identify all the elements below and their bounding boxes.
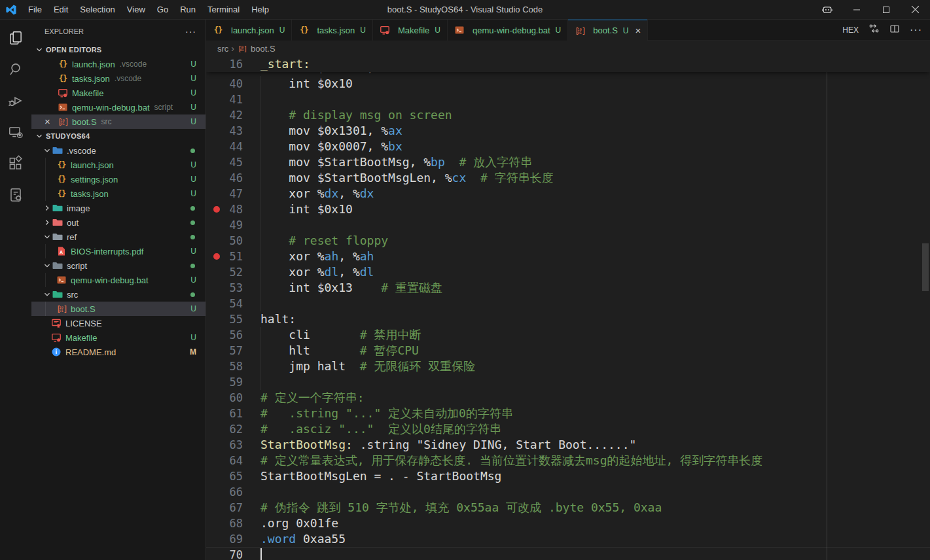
code-line-45[interactable]: 45 mov $StartBootMsg, %bp # 放入字符串 (206, 154, 930, 170)
breadcrumb-folder[interactable]: src (217, 44, 228, 54)
line-number[interactable]: 50 (206, 233, 260, 249)
code-line-69[interactable]: 69.word 0xaa55 (206, 531, 930, 547)
tree-item-ref[interactable]: ref (31, 230, 206, 244)
code-line-59[interactable]: 59 (206, 374, 930, 390)
line-number[interactable]: 70 (206, 547, 260, 560)
robot-icon[interactable] (812, 0, 842, 19)
code-line-51[interactable]: 51 xor %ah, %ah (206, 249, 930, 264)
code-line-62[interactable]: 62# .asciz "..." 定义以0结尾的字符串 (206, 421, 930, 437)
code-line-67[interactable]: 67# 伪指令 跳到 510 字节处, 填充 0x55aa 可改成 .byte … (206, 500, 930, 516)
line-number[interactable]: 67 (206, 500, 260, 516)
code-editor[interactable]: 16_start: 39 mov $0x1301, %ax 40 int $0x… (206, 56, 930, 560)
tab-qemu-win-debug-bat[interactable]: qemu-win-debug.batU (448, 20, 568, 41)
code-line-43[interactable]: 43 mov $0x1301, %ax (206, 123, 930, 139)
run-and-debug-icon[interactable] (0, 85, 31, 116)
line-number[interactable]: 44 (206, 139, 260, 154)
breadcrumb-file[interactable]: boot.S (251, 44, 276, 54)
menu-selection[interactable]: Selection (74, 0, 120, 20)
tab-boot-s[interactable]: []1001boot.SU× (568, 20, 648, 41)
menu-run[interactable]: Run (174, 0, 202, 20)
code-line-55[interactable]: 55halt: (206, 311, 930, 327)
tab-launch-json[interactable]: {}launch.jsonU (206, 20, 292, 41)
open-editor-qemu-win-debug-bat[interactable]: qemu-win-debug.batscriptU (31, 100, 206, 114)
breakpoint-dot[interactable] (213, 253, 220, 260)
tab-makefile[interactable]: MakefileU (373, 20, 448, 41)
explorer-icon[interactable] (0, 22, 31, 54)
extensions-icon[interactable] (0, 148, 31, 179)
line-number[interactable]: 57 (206, 343, 260, 359)
code-line-50[interactable]: 50 # reset floppy (206, 233, 930, 249)
tab-tasks-json[interactable]: {}tasks.jsonU (292, 20, 372, 41)
code-line-70[interactable]: 70 (206, 547, 930, 560)
tree-item-settings-json[interactable]: {}settings.jsonU (31, 172, 206, 186)
tree-item-boot-s[interactable]: []1001boot.SU (31, 302, 206, 316)
sidebar-more-actions-icon[interactable]: ··· (185, 26, 196, 37)
line-number[interactable]: 41 (206, 92, 260, 107)
remote-explorer-icon[interactable] (0, 116, 31, 148)
line-number[interactable]: 53 (206, 280, 260, 296)
menu-edit[interactable]: Edit (48, 0, 74, 20)
open-editors-header[interactable]: OPEN EDITORS (31, 43, 206, 57)
open-changes-icon[interactable] (868, 23, 880, 37)
code-line-60[interactable]: 60# 定义一个字符串: (206, 390, 930, 406)
line-number[interactable]: 62 (206, 421, 260, 437)
menu-file[interactable]: File (22, 0, 48, 20)
tree-item-src[interactable]: src (31, 287, 206, 302)
close-button-icon[interactable] (901, 0, 930, 19)
code-line-42[interactable]: 42 # display msg on screen (206, 107, 930, 123)
line-number[interactable]: 66 (206, 484, 260, 500)
tree-item-script[interactable]: script (31, 258, 206, 273)
line-number[interactable]: 63 (206, 437, 260, 453)
tool-extension-icon[interactable] (0, 179, 31, 211)
line-number[interactable]: 52 (206, 264, 260, 280)
code-line-44[interactable]: 44 mov $0x0007, %bx (206, 139, 930, 154)
tree-item-out[interactable]: out (31, 215, 206, 230)
code-line-49[interactable]: 49 (206, 217, 930, 233)
code-line-48[interactable]: 48 int $0x10 (206, 201, 930, 217)
open-editor-boot-s[interactable]: ×[]1001boot.SsrcU (31, 114, 206, 129)
breakpoint-dot[interactable] (213, 206, 220, 213)
code-line-41[interactable]: 41 (206, 92, 930, 107)
line-number[interactable]: 16 (206, 56, 260, 72)
line-number[interactable]: 46 (206, 170, 260, 186)
open-editor-makefile[interactable]: MakefileU (31, 86, 206, 100)
scrollbar-thumb[interactable] (922, 243, 929, 291)
code-line-56[interactable]: 56 cli # 禁用中断 (206, 327, 930, 343)
open-editor-tasks-json[interactable]: {}tasks.json.vscodeU (31, 71, 206, 86)
code-line-57[interactable]: 57 hlt # 暂停CPU (206, 343, 930, 359)
hex-editor-action[interactable]: HEX (842, 26, 859, 35)
code-line-46[interactable]: 46 mov $StartBootMsgLen, %cx # 字符串长度 (206, 170, 930, 186)
split-editor-icon[interactable] (889, 24, 900, 37)
line-number[interactable]: 65 (206, 468, 260, 484)
line-number[interactable]: 68 (206, 516, 260, 531)
menu-view[interactable]: View (121, 0, 151, 20)
tree-item-launch-json[interactable]: {}launch.jsonU (31, 158, 206, 172)
menu-terminal[interactable]: Terminal (202, 0, 245, 20)
menu-help[interactable]: Help (245, 0, 275, 20)
open-editor-launch-json[interactable]: {}launch.json.vscodeU (31, 57, 206, 71)
tree-item-makefile[interactable]: MakefileU (31, 330, 206, 345)
line-number[interactable]: 60 (206, 390, 260, 406)
project-root-header[interactable]: STUDYOS64 (31, 129, 206, 143)
code-line-47[interactable]: 47 xor %dx, %dx (206, 186, 930, 201)
code-line-61[interactable]: 61# .string "..." 定义未自动加0的字符串 (206, 406, 930, 421)
sticky-scroll-line[interactable]: 16_start: (206, 56, 930, 72)
close-tab-icon[interactable]: × (635, 25, 641, 36)
code-line-68[interactable]: 68.org 0x01fe (206, 516, 930, 531)
code-line-54[interactable]: 54 (206, 296, 930, 311)
tree-item-license[interactable]: LICENSE (31, 316, 206, 330)
tree-item-readme-md[interactable]: README.mdM (31, 345, 206, 359)
line-number[interactable]: 61 (206, 406, 260, 421)
code-line-64[interactable]: 64# 定义常量表达式, 用于保存静态长度. 当前位置计数器减去msg的起始地址… (206, 453, 930, 468)
editor-more-actions-icon[interactable]: ··· (910, 24, 922, 36)
minimize-button-icon[interactable] (842, 0, 871, 19)
tree-item-image[interactable]: image (31, 201, 206, 215)
line-number[interactable]: 42 (206, 107, 260, 123)
menu-go[interactable]: Go (151, 0, 174, 20)
line-number[interactable]: 58 (206, 359, 260, 374)
line-number[interactable]: 64 (206, 453, 260, 468)
code-line-53[interactable]: 53 int $0x13 # 重置磁盘 (206, 280, 930, 296)
code-line-58[interactable]: 58 jmp halt # 无限循环 双重保险 (206, 359, 930, 374)
code-line-66[interactable]: 66 (206, 484, 930, 500)
search-icon[interactable] (0, 54, 31, 85)
